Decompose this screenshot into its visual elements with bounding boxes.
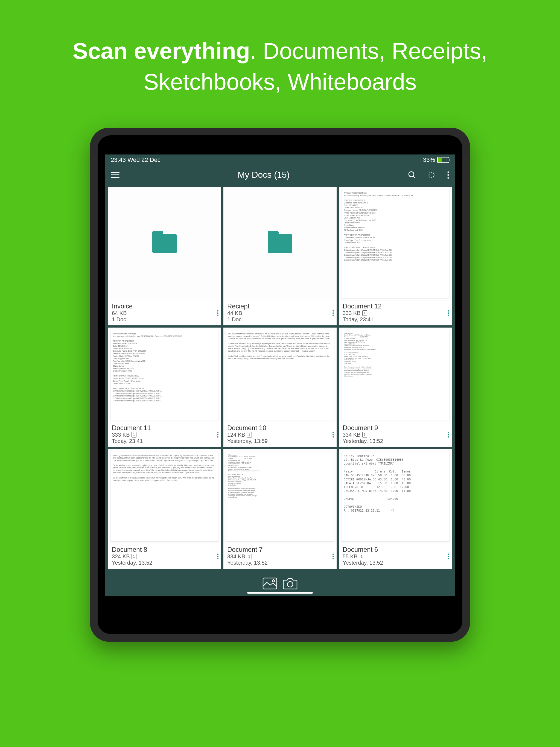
document-tile[interactable]: Not long afterwards somebody knocked at …: [108, 449, 221, 569]
tile-title: Document 12: [342, 302, 448, 310]
tile-size: 44 KB: [227, 310, 333, 316]
tile-meta: Invoice64 KB 1 Doc: [108, 301, 221, 325]
tile-title: Document 11: [112, 424, 218, 432]
svg-point-3: [447, 174, 449, 176]
tile-overflow-icon[interactable]: [332, 553, 334, 559]
sync-icon[interactable]: [427, 171, 436, 179]
home-indicator: [247, 592, 313, 594]
tile-size: 124 KB 1: [227, 432, 333, 438]
camera-icon[interactable]: [283, 577, 298, 590]
tile-title: Document 7: [227, 546, 333, 553]
search-icon[interactable]: [408, 171, 416, 179]
page-count-badge: 1: [359, 554, 364, 559]
tile-size: 55 KB 1: [342, 553, 448, 560]
tile-title: Reciept: [227, 302, 333, 310]
tile-date: Yesterday, 13:52: [112, 560, 218, 566]
tile-title: Document 9: [342, 424, 448, 432]
page-count-badge: 1: [131, 432, 136, 437]
svg-point-4: [447, 177, 449, 179]
tile-thumbnail: Observation of Surov's Meteor J.P.R. Pre…: [339, 328, 452, 422]
overflow-icon[interactable]: [447, 171, 449, 179]
tile-overflow-icon[interactable]: [448, 310, 449, 316]
tile-meta: Document 7334 KB 1Yesterday, 13:52: [223, 544, 337, 569]
document-tile[interactable]: Windows Printer Test Page You have corre…: [108, 328, 221, 447]
tablet-device: 23:43 Wed 22 Dec 33% My Docs (15) Invoic…: [90, 128, 470, 642]
document-tile[interactable]: Reciept44 KB 1 Doc: [223, 187, 337, 325]
gallery-icon[interactable]: [262, 577, 277, 590]
tile-thumbnail: Split, Teutina 1a vl. Biserka Pezo OIB:8…: [339, 449, 452, 544]
tile-size: 64 KB: [112, 310, 218, 316]
app-header: My Docs (15): [105, 165, 455, 185]
document-grid: Invoice64 KB 1 DocReciept44 KB 1 DocWind…: [105, 185, 455, 571]
tile-size: 324 KB 1: [112, 553, 218, 560]
tile-thumbnail: Not long afterwards somebody knocked at …: [223, 328, 337, 422]
tile-overflow-icon[interactable]: [217, 432, 219, 437]
document-tile[interactable]: Observation of Surov's Meteor J.P.R. Pre…: [339, 328, 452, 447]
tile-meta: Document 10124 KB 1Yesterday, 13:59: [223, 422, 337, 447]
tile-meta: Document 11333 KB 1Today, 23:41: [108, 422, 221, 447]
tile-size: 333 KB 1: [112, 432, 218, 438]
tile-thumbnail: Not long afterwards somebody knocked at …: [108, 449, 221, 544]
tile-overflow-icon[interactable]: [332, 432, 334, 437]
tile-thumbnail: [108, 187, 221, 301]
tile-thumbnail: [223, 187, 337, 301]
tile-overflow-icon[interactable]: [217, 553, 219, 559]
battery-percent: 33%: [423, 156, 435, 163]
tile-overflow-icon[interactable]: [332, 310, 334, 316]
svg-point-7: [287, 582, 293, 587]
page-count-badge: 1: [362, 310, 367, 316]
folder-icon: [268, 234, 292, 253]
tile-size: 334 KB 1: [227, 553, 333, 560]
document-tile[interactable]: Split, Teutina 1a vl. Biserka Pezo OIB:8…: [339, 449, 452, 569]
page-count-badge: 1: [247, 554, 252, 559]
tile-overflow-icon[interactable]: [448, 553, 449, 559]
svg-point-0: [409, 172, 414, 177]
tile-meta: Document 12333 KB 1Today, 23:41: [339, 301, 452, 325]
tile-thumbnail: Windows Printer Test Page You have corre…: [108, 328, 221, 422]
folder-icon: [152, 234, 177, 253]
doc-preview-text: Split, Teutina 1a vl. Biserka Pezo OIB:8…: [341, 452, 449, 541]
document-tile[interactable]: Invoice64 KB 1 Doc: [108, 187, 221, 325]
tile-thumbnail: Windows Printer Test Page You have corre…: [339, 187, 452, 301]
svg-point-6: [272, 579, 275, 582]
page-count-badge: 1: [247, 432, 252, 437]
doc-preview-text: Windows Printer Test Page You have corre…: [341, 189, 449, 298]
svg-rect-5: [263, 578, 277, 589]
tile-date: Yesterday, 13:59: [227, 438, 333, 444]
tile-date: 1 Doc: [112, 316, 218, 323]
doc-preview-text: Observation of Surov's Meteor J.P.R. Pre…: [341, 330, 449, 420]
header-title: My Docs (15): [120, 170, 408, 180]
tile-date: Yesterday, 13:52: [342, 438, 448, 444]
tile-meta: Reciept44 KB 1 Doc: [223, 301, 337, 325]
tile-date: Today, 23:41: [112, 438, 218, 444]
document-tile[interactable]: Not long afterwards somebody knocked at …: [223, 328, 337, 447]
tile-overflow-icon[interactable]: [448, 432, 449, 437]
doc-preview-text: Observation of Surov's Meteor J.P.R. Pre…: [226, 452, 334, 541]
tile-date: Today, 23:41: [342, 316, 448, 323]
document-tile[interactable]: Observation of Surov's Meteor J.P.R. Pre…: [223, 449, 337, 569]
tile-title: Invoice: [112, 302, 218, 310]
tile-date: Yesterday, 13:52: [342, 560, 448, 566]
tile-title: Document 10: [227, 424, 333, 432]
status-time: 23:43 Wed 22 Dec: [111, 156, 160, 163]
doc-preview-text: Not long afterwards somebody knocked at …: [226, 330, 334, 420]
page-count-badge: 1: [131, 554, 136, 559]
tile-thumbnail: Observation of Surov's Meteor J.P.R. Pre…: [223, 449, 337, 544]
tile-meta: Document 9334 KB 1Yesterday, 13:52: [339, 422, 452, 447]
svg-line-1: [413, 176, 415, 178]
tile-size: 334 KB 1: [342, 432, 448, 438]
tile-date: 1 Doc: [227, 316, 333, 323]
tile-meta: Document 655 KB 1Yesterday, 13:52: [339, 544, 452, 569]
tile-title: Document 8: [112, 546, 218, 553]
tile-size: 333 KB 1: [342, 310, 448, 316]
doc-preview-text: Windows Printer Test Page You have corre…: [111, 330, 219, 420]
battery-icon: [437, 157, 449, 163]
app-screen: 23:43 Wed 22 Dec 33% My Docs (15) Invoic…: [105, 154, 455, 596]
svg-point-2: [447, 171, 449, 173]
doc-preview-text: Not long afterwards somebody knocked at …: [111, 452, 219, 541]
document-tile[interactable]: Windows Printer Test Page You have corre…: [339, 187, 452, 325]
tile-overflow-icon[interactable]: [217, 310, 219, 316]
page-count-badge: 1: [362, 432, 367, 437]
status-bar: 23:43 Wed 22 Dec 33%: [105, 154, 455, 165]
menu-icon[interactable]: [111, 172, 120, 178]
